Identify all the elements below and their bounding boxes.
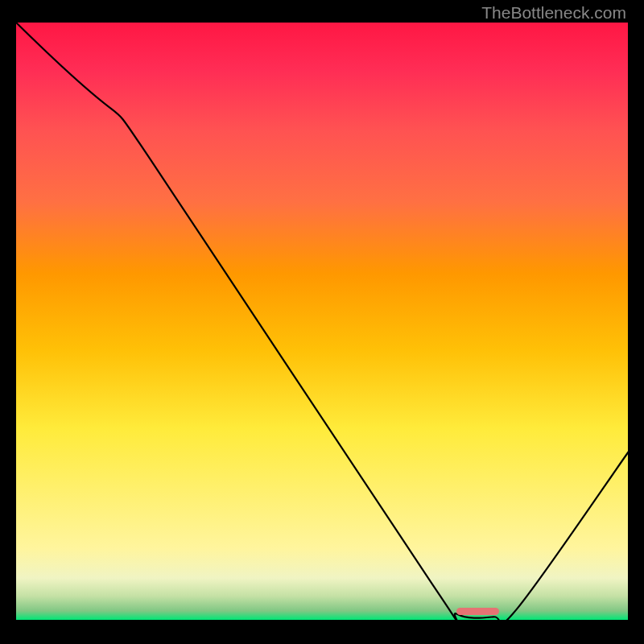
attribution-text: TheBottleneck.com — [481, 3, 626, 23]
gradient-background — [16, 23, 628, 620]
optimal-marker — [456, 608, 499, 615]
svg-rect-0 — [16, 23, 628, 620]
chart-container — [16, 23, 628, 620]
